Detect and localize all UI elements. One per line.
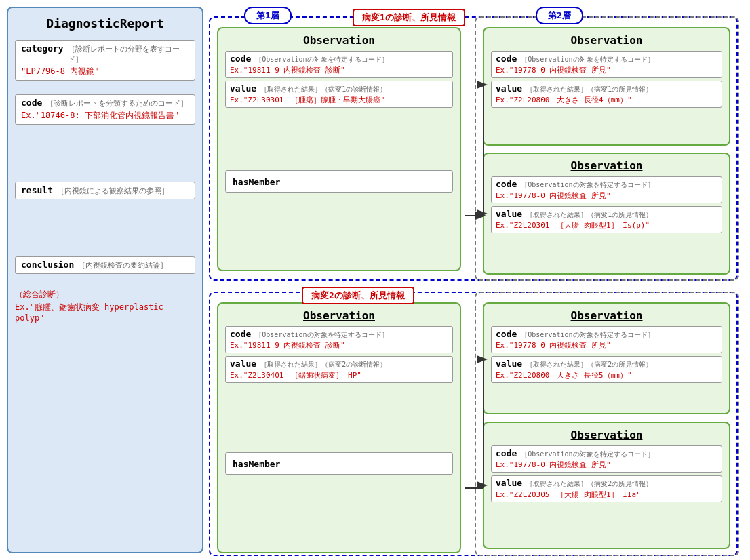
category-field: category ［診断レポートの分野を表すコード］ "LP7796-8 内視鏡… — [15, 40, 195, 81]
conclusion-example: Ex."腺腫、鋸歯状病変 hyperplastic polyp" — [15, 302, 195, 323]
obs-layer1-bottom-code-desc: ［Observationの対象を特定するコード］ — [255, 330, 388, 340]
code-field: code ［診断レポートを分類するためのコード］ Ex."18746-8: 下部… — [15, 94, 195, 125]
obs-layer2-top-lower-value-label: value — [496, 209, 522, 219]
obs-layer1-bottom-value-desc: ［取得された結果］（病変2の診断情報） — [260, 360, 387, 369]
result-label: result — [21, 185, 53, 195]
obs-layer2-bottom-upper-title: Observation — [491, 309, 722, 322]
obs-layer1-top-hasmember: hasMember — [225, 170, 453, 193]
obs-layer2-top-lower-value-example: Ex."Z2L20301 ［大腸 肉眼型1］ Is(p)" — [496, 220, 717, 231]
obs-layer2-top-upper: Observation code ［Observationの対象を特定するコード… — [483, 27, 730, 146]
right-area: 第1層 第2層 病変1の診断、所見情報 病変2の診断、所見情報 Observat… — [203, 7, 743, 553]
category-example: "LP7796-8 内視鏡" — [21, 66, 189, 77]
obs-layer1-bottom-hasmember-label: hasMember — [233, 459, 280, 469]
obs-layer2-bottom-upper-value-desc: ［取得された結果］（病変2の所見情報） — [526, 360, 652, 369]
obs-layer1-top-value-desc: ［取得された結果］（病変1の診断情報） — [260, 85, 387, 94]
obs-layer2-bottom-lower: Observation code ［Observationの対象を特定するコード… — [483, 422, 730, 549]
layer1-label: 第1層 — [244, 7, 292, 24]
spacer1 — [15, 83, 195, 94]
main-container: DiagnosticReport category ［診断レポートの分野を表すコ… — [0, 0, 750, 560]
obs-layer1-top-code-field: code ［Observationの対象を特定するコード］ Ex."19811-… — [225, 51, 453, 78]
obs-layer2-bottom-lower-title: Observation — [491, 428, 722, 441]
obs-layer2-top-upper-value-field: value ［取得された結果］（病変1の所見情報） Ex."Z2L20800 大… — [491, 81, 722, 108]
obs-layer2-top-upper-title: Observation — [491, 34, 722, 47]
layer2-label: 第2層 — [536, 7, 583, 24]
obs-layer1-bottom-code-label: code — [230, 329, 251, 339]
obs-layer2-bottom-lower-code-field: code ［Observationの対象を特定するコード］ Ex."19778-… — [491, 445, 722, 473]
obs-layer2-top-lower-value-desc: ［取得された結果］（病変1の所見情報） — [526, 210, 652, 220]
result-field: result ［内視鏡による観察結果の参照］ — [15, 182, 195, 199]
obs-layer2-bottom-lower-code-desc: ［Observationの対象を特定するコード］ — [521, 449, 654, 459]
obs-layer2-top-upper-value-example: Ex."Z2L20800 大きさ 長径4（mm）" — [496, 95, 717, 105]
obs-layer1-top-value-field: value ［取得された結果］（病変1の診断情報） Ex."Z2L30301 ［… — [225, 81, 453, 108]
obs-layer2-bottom-lower-value-desc: ［取得された結果］（病変2の所見情報） — [526, 479, 652, 489]
conclusion-field: conclusion ［内視鏡検査の要約結論］ — [15, 256, 195, 274]
disease1-banner: 病変1の診断、所見情報 — [353, 9, 465, 26]
spacer3 — [15, 202, 195, 256]
category-desc: ［診断レポートの分野を表すコード］ — [68, 44, 189, 64]
obs-layer1-bottom-code-example: Ex."19811-9 内視鏡検査 診断" — [230, 340, 448, 351]
obs-layer1-top-hasmember-label: hasMember — [233, 177, 280, 187]
diagnostic-report-title: DiagnosticReport — [15, 16, 195, 31]
obs-layer1-bottom: Observation code ［Observationの対象を特定するコード… — [217, 302, 461, 553]
obs-layer2-bottom-upper-value-label: value — [496, 359, 522, 369]
code-label: code — [21, 98, 42, 108]
spacer2 — [15, 127, 195, 182]
obs-layer2-top-upper-value-label: value — [496, 83, 522, 94]
disease2-banner: 病変2の診断、所見情報 — [302, 287, 414, 304]
left-panel: DiagnosticReport category ［診断レポートの分野を表すコ… — [7, 7, 203, 553]
obs-layer1-top-code-label: code — [230, 54, 251, 64]
obs-layer2-bottom-upper-value-field: value ［取得された結果］（病変2の所見情報） Ex."Z2L20800 大… — [491, 356, 722, 383]
obs-layer2-bottom-upper-code-field: code ［Observationの対象を特定するコード］ Ex."19778-… — [491, 326, 722, 353]
obs-layer1-top-value-example: Ex."Z2L30301 ［腫瘍］腺腫・早期大腸癌" — [230, 95, 448, 105]
spacer4 — [15, 277, 195, 287]
obs-layer2-top-lower: Observation code ［Observationの対象を特定するコード… — [483, 153, 730, 275]
conclusion-note: （総合診断） — [15, 289, 195, 300]
obs-layer1-bottom-title: Observation — [225, 309, 453, 322]
conclusion-label: conclusion — [21, 260, 74, 270]
obs-layer2-bottom-lower-value-example: Ex."Z2L20305 ［大腸 肉眼型1］ IIa" — [496, 489, 717, 500]
obs-layer2-top-lower-code-label: code — [496, 179, 517, 189]
obs-layer1-top: Observation code ［Observationの対象を特定するコード… — [217, 27, 461, 271]
obs-layer1-top-value-label: value — [230, 83, 256, 94]
obs-layer2-top-lower-value-field: value ［取得された結果］（病変1の所見情報） Ex."Z2L20301 ［… — [491, 206, 722, 233]
result-desc: ［内視鏡による観察結果の参照］ — [57, 186, 169, 196]
obs-layer1-bottom-value-label: value — [230, 359, 256, 369]
obs-layer1-top-code-desc: ［Observationの対象を特定するコード］ — [255, 55, 388, 64]
obs-layer2-top-upper-code-field: code ［Observationの対象を特定するコード］ Ex."19778-… — [491, 51, 722, 78]
conclusion-desc: ［内視鏡検査の要約結論］ — [78, 260, 167, 271]
obs-layer2-top-upper-code-label: code — [496, 54, 517, 64]
obs-layer2-top-upper-value-desc: ［取得された結果］（病変1の所見情報） — [526, 85, 652, 94]
obs-layer2-top-lower-code-example: Ex."19778-0 内視鏡検査 所見" — [496, 191, 717, 201]
obs-layer2-top-upper-code-example: Ex."19778-0 内視鏡検査 所見" — [496, 65, 717, 75]
obs-layer1-bottom-code-field: code ［Observationの対象を特定するコード］ Ex."19811-… — [225, 326, 453, 353]
obs-layer2-bottom-upper-code-label: code — [496, 329, 517, 339]
obs-layer2-bottom-lower-value-label: value — [496, 478, 522, 488]
obs-layer1-top-code-example: Ex."19811-9 内視鏡検査 診断" — [230, 65, 448, 75]
obs-layer2-top-lower-title: Observation — [491, 159, 722, 172]
obs-layer2-bottom-lower-value-field: value ［取得された結果］（病変2の所見情報） Ex."Z2L20305 ［… — [491, 475, 722, 502]
obs-layer2-bottom-upper-code-desc: ［Observationの対象を特定するコード］ — [521, 330, 654, 340]
code-desc: ［診断レポートを分類するためのコード］ — [46, 98, 188, 108]
obs-layer2-bottom-lower-code-example: Ex."19778-0 内視鏡検査 所見" — [496, 460, 717, 470]
obs-layer1-top-title: Observation — [225, 34, 453, 47]
obs-layer2-top-lower-code-desc: ［Observationの対象を特定するコード］ — [521, 180, 654, 190]
obs-layer1-bottom-value-field: value ［取得された結果］（病変2の診断情報） Ex."Z2L30401 ［… — [225, 356, 453, 383]
obs-layer2-bottom-upper-value-example: Ex."Z2L20800 大きさ 長径5（mm）" — [496, 370, 717, 380]
obs-layer1-bottom-hasmember: hasMember — [225, 452, 453, 475]
obs-layer2-top-upper-code-desc: ［Observationの対象を特定するコード］ — [521, 55, 654, 64]
code-example: Ex."18746-8: 下部消化管内視鏡報告書" — [21, 110, 189, 121]
category-label: category — [21, 43, 64, 54]
obs-layer2-top-lower-code-field: code ［Observationの対象を特定するコード］ Ex."19778-… — [491, 176, 722, 203]
obs-layer2-bottom-upper: Observation code ［Observationの対象を特定するコード… — [483, 302, 730, 414]
obs-layer2-bottom-upper-code-example: Ex."19778-0 内視鏡検査 所見" — [496, 340, 717, 351]
obs-layer2-bottom-lower-code-label: code — [496, 448, 517, 458]
obs-layer1-bottom-value-example: Ex."Z2L30401 ［鋸歯状病変］ HP" — [230, 370, 448, 380]
